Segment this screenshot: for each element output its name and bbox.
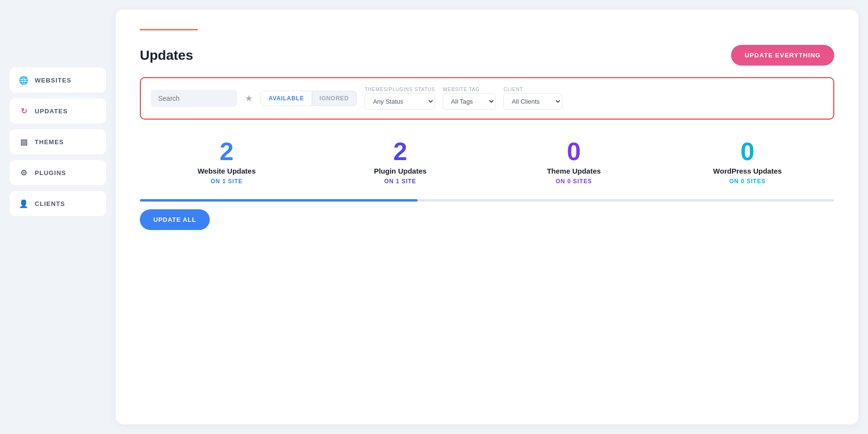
sidebar-item-label: CLIENTS <box>35 200 65 207</box>
plugins-icon: ⚙ <box>19 168 29 177</box>
sidebar-item-label: WEBSITES <box>35 77 71 84</box>
plugin-updates-number: 2 <box>393 139 407 164</box>
all-tags-select[interactable]: All Tags <box>443 93 496 110</box>
sidebar-item-label: PLUGINS <box>35 169 66 176</box>
sidebar-item-clients[interactable]: 👤 CLIENTS <box>10 191 106 216</box>
client-label: CLIENT <box>503 87 562 92</box>
available-ignored-toggle: AVAILABLE IGNORED <box>260 91 357 106</box>
search-input[interactable] <box>150 90 237 107</box>
client-group: CLIENT All Clients <box>503 87 562 110</box>
globe-icon: 🌐 <box>19 75 29 85</box>
available-toggle-button[interactable]: AVAILABLE <box>261 91 312 106</box>
plugin-updates-label: Plugin Updates <box>374 167 426 175</box>
any-status-select[interactable]: Any Status <box>365 93 435 110</box>
sidebar-item-plugins[interactable]: ⚙ PLUGINS <box>10 160 106 185</box>
update-all-button[interactable]: UPDATE ALL <box>140 209 210 230</box>
wordpress-updates-stat: 0 WordPress Updates ON 0 SITES <box>661 139 834 185</box>
theme-updates-label: Theme Updates <box>547 167 601 175</box>
themes-plugins-status-group: THEMES/PLUGINS STATUS Any Status <box>365 87 435 110</box>
website-tag-group: WEBSITE TAG All Tags <box>443 87 496 110</box>
wordpress-updates-label: WordPress Updates <box>713 167 782 175</box>
wordpress-updates-number: 0 <box>741 139 755 164</box>
star-icon[interactable]: ★ <box>245 93 253 104</box>
plugin-updates-sublabel: ON 1 SITE <box>384 178 417 185</box>
filter-bar: ★ AVAILABLE IGNORED THEMES/PLUGINS STATU… <box>140 77 834 120</box>
header-row: Updates UPDATE EVERYTHING <box>140 45 834 66</box>
sidebar-item-themes[interactable]: ▤ THEMES <box>10 129 106 154</box>
progress-bar-track <box>140 199 834 202</box>
sidebar-item-updates[interactable]: ↻ UPDATES <box>10 98 106 123</box>
update-everything-button[interactable]: UPDATE EVERYTHING <box>731 45 834 66</box>
sidebar-item-label: UPDATES <box>35 108 68 115</box>
plugin-updates-stat: 2 Plugin Updates ON 1 SITE <box>313 139 487 185</box>
ignored-toggle-button[interactable]: IGNORED <box>312 91 356 106</box>
theme-updates-number: 0 <box>567 139 581 164</box>
website-updates-number: 2 <box>220 139 234 164</box>
website-updates-label: Website Updates <box>198 167 256 175</box>
all-clients-select[interactable]: All Clients <box>503 93 562 110</box>
theme-updates-stat: 0 Theme Updates ON 0 SITES <box>487 139 661 185</box>
themes-plugins-status-label: THEMES/PLUGINS STATUS <box>365 87 435 92</box>
themes-icon: ▤ <box>19 137 29 147</box>
sidebar-item-label: THEMES <box>35 138 64 146</box>
progress-section: UPDATE ALL <box>140 199 834 230</box>
sidebar: 🌐 WEBSITES ↻ UPDATES ▤ THEMES ⚙ PLUGINS … <box>0 0 116 434</box>
page-title: Updates <box>140 48 193 63</box>
progress-bar-fill <box>140 199 418 202</box>
clients-icon: 👤 <box>19 199 29 208</box>
theme-updates-sublabel: ON 0 SITES <box>556 178 592 185</box>
top-bar-underline <box>140 29 198 30</box>
stats-row: 2 Website Updates ON 1 SITE 2 Plugin Upd… <box>140 139 834 185</box>
updates-icon: ↻ <box>19 106 29 116</box>
website-updates-sublabel: ON 1 SITE <box>211 178 243 185</box>
main-content: Updates UPDATE EVERYTHING ★ AVAILABLE IG… <box>116 10 858 424</box>
website-updates-stat: 2 Website Updates ON 1 SITE <box>140 139 313 185</box>
sidebar-item-websites[interactable]: 🌐 WEBSITES <box>10 68 106 93</box>
website-tag-label: WEBSITE TAG <box>443 87 496 92</box>
wordpress-updates-sublabel: ON 0 SITES <box>729 178 766 185</box>
